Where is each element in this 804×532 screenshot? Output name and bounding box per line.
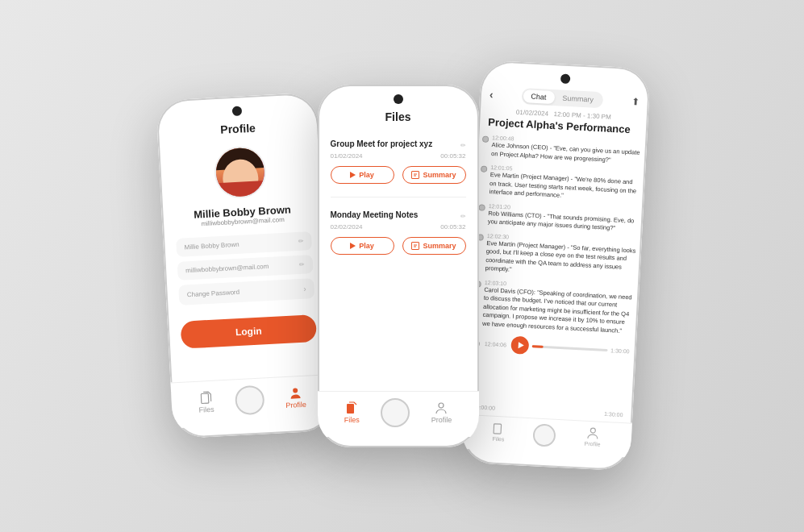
timeline-dot-2 <box>480 165 486 172</box>
tab-summary[interactable]: Summary <box>554 91 602 106</box>
timeline-dot-3 <box>478 204 485 210</box>
change-password-field[interactable]: Change Password › <box>178 278 315 305</box>
profile-bottom-nav: Files Profile <box>170 374 334 428</box>
play-icon-2 <box>350 243 356 249</box>
phone-chat: ‹ Chat Summary ⬆ 01/02/2024 12:00 PM - 1… <box>460 60 651 471</box>
svg-point-1 <box>292 388 297 393</box>
audio-progress-bar[interactable] <box>531 345 606 351</box>
nav-profile-label-2: Profile <box>431 416 452 424</box>
audio-total-time-display: 1:30:00 <box>603 411 623 418</box>
tab-group: Chat Summary <box>521 88 603 108</box>
home-button[interactable] <box>234 385 265 416</box>
audio-progress-fill <box>531 345 543 348</box>
avatar <box>213 145 267 199</box>
audio-last-time: 12:04:06 <box>484 340 506 347</box>
nav-files-label: Files <box>198 405 215 414</box>
file-2-play-button[interactable]: Play <box>331 237 394 255</box>
meeting-date: 01/02/2024 <box>515 109 548 118</box>
svg-rect-6 <box>347 404 354 414</box>
audio-controls-area: 12:04:06 1:30:00 <box>471 334 631 360</box>
chat-message-5: 12:03:10 Carol Davis (CFO): "Speaking of… <box>472 279 634 336</box>
chat-message-3: 12:01:20 Rob Williams (CTO) - "That soun… <box>477 202 638 234</box>
chat-header: ‹ Chat Summary ⬆ <box>479 85 649 110</box>
files-icon-3 <box>493 422 505 435</box>
svg-rect-0 <box>200 393 208 403</box>
chat-message-1: 12:00:48 Alice Johnson (CEO) - "Eve, can… <box>481 135 641 166</box>
file-item-2: Monday Meeting Notes 02/02/2024 00:05:32… <box>331 207 466 255</box>
file-1-edit-icon[interactable] <box>460 136 466 151</box>
file-2-name: Monday Meeting Notes <box>331 210 419 219</box>
audio-total-time: 1:30:00 <box>610 347 630 354</box>
file-2-summary-button[interactable]: Summary <box>402 237 466 255</box>
profile-icon-3 <box>586 426 598 440</box>
summary-icon-2 <box>411 242 419 250</box>
name-field-value: Millie Bobby Brown <box>184 241 239 251</box>
scene: Profile Millie Bobby Brown milliwbobbybr… <box>0 0 804 532</box>
profile-icon-2 <box>435 401 447 414</box>
back-button[interactable]: ‹ <box>489 88 494 101</box>
play-icon <box>350 172 356 178</box>
audio-play-icon <box>518 342 523 348</box>
svg-rect-8 <box>494 424 502 434</box>
tab-chat[interactable]: Chat <box>523 89 555 104</box>
file-1-play-label: Play <box>359 171 374 179</box>
nav-profile[interactable]: Profile <box>285 386 306 409</box>
share-icon[interactable]: ⬆ <box>631 96 639 108</box>
file-2-edit-icon[interactable] <box>460 207 466 222</box>
nav-profile-3[interactable]: Profile <box>584 426 601 450</box>
email-edit-icon[interactable] <box>298 261 304 268</box>
files-icon <box>199 391 211 405</box>
chat-message-4: 12:02:30 Eve Martin (Project Manager) - … <box>475 232 636 281</box>
files-bottom-nav: Files Profile <box>318 391 479 437</box>
nav-files-active[interactable]: Files <box>344 401 360 424</box>
email-field[interactable]: milliwbobbybrown@mail.com <box>177 255 313 281</box>
profile-title: Profile <box>219 122 255 136</box>
file-1-summary-label: Summary <box>423 171 456 179</box>
chat-message-2: 12:01:05 Eve Martin (Project Manager) - … <box>479 164 640 204</box>
file-1-play-button[interactable]: Play <box>331 166 394 184</box>
summary-icon <box>411 171 419 179</box>
profile-icon <box>289 386 301 400</box>
nav-profile-label: Profile <box>285 401 306 409</box>
files-nav-label: Files <box>344 416 360 424</box>
file-1-date: 01/02/2024 <box>331 152 363 160</box>
svg-point-9 <box>590 428 595 433</box>
timeline-dot <box>481 136 488 143</box>
file-item-1: Group Meet for project xyz 01/02/2024 00… <box>331 136 466 184</box>
nav-files-3[interactable]: Files <box>492 422 505 445</box>
file-1-name: Group Meet for project xyz <box>331 139 433 148</box>
name-field[interactable]: Millie Bobby Brown <box>176 231 312 257</box>
nav-files[interactable]: Files <box>198 391 214 414</box>
file-1-duration: 00:05:32 <box>440 152 465 160</box>
phone-files: Files Group Meet for project xyz 01/02/2… <box>318 85 479 447</box>
phone-profile: Profile Millie Bobby Brown milliwbobbybr… <box>156 93 335 439</box>
files-icon-active <box>346 401 357 414</box>
audio-play-button[interactable] <box>510 336 529 355</box>
file-1-summary-button[interactable]: Summary <box>402 166 466 184</box>
chevron-right-icon: › <box>302 285 306 293</box>
nav-profile-label-3: Profile <box>584 441 600 447</box>
change-password-label: Change Password <box>186 289 240 298</box>
nav-files-label-3: Files <box>492 436 504 443</box>
msg-4-text: Eve Martin (Project Manager) - "So far, … <box>485 239 636 281</box>
name-edit-icon[interactable] <box>298 238 303 245</box>
home-button-3[interactable] <box>532 423 556 447</box>
file-2-duration: 00:05:32 <box>440 223 465 231</box>
nav-profile-2[interactable]: Profile <box>431 401 452 424</box>
file-2-date: 02/02/2024 <box>331 223 363 231</box>
file-2-play-label: Play <box>359 242 374 250</box>
login-button[interactable]: Login <box>180 314 317 349</box>
home-button-2[interactable] <box>381 398 410 427</box>
email-field-value: milliwbobbybrown@mail.com <box>185 263 269 274</box>
file-2-summary-label: Summary <box>423 242 456 250</box>
chat-messages: 12:00:48 Alice Johnson (CEO) - "Eve, can… <box>463 134 646 413</box>
msg-5-text: Carol Davis (CFO): "Speaking of coordina… <box>481 285 633 335</box>
files-title: Files <box>331 110 466 123</box>
svg-point-7 <box>439 403 444 408</box>
